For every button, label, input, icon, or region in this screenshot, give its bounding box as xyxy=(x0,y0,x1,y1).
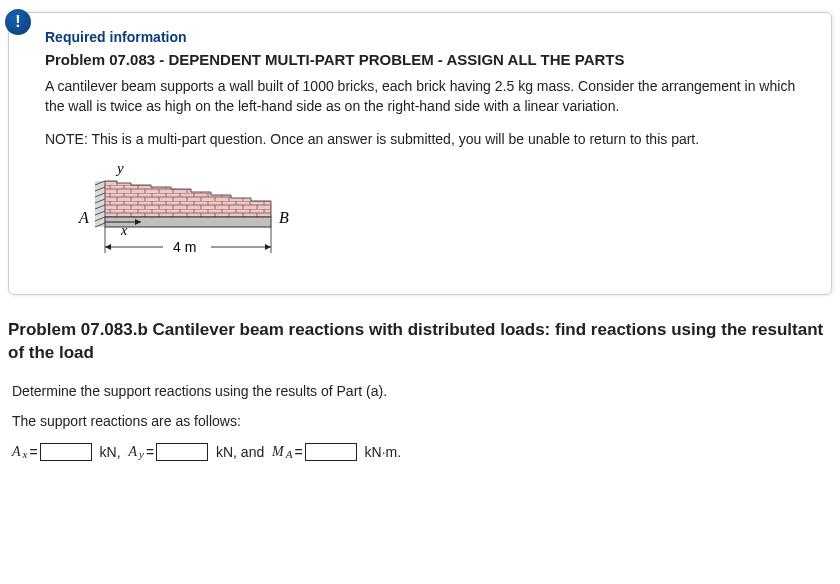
y-axis-label: y xyxy=(115,161,124,176)
required-info-box: ! Required information Problem 07.083 - … xyxy=(8,12,832,295)
svg-marker-22 xyxy=(105,244,111,250)
ay-sub: y xyxy=(139,448,144,460)
ax-input[interactable] xyxy=(40,443,92,461)
ax-unit: kN, xyxy=(100,444,121,460)
ax-sub: x xyxy=(23,448,28,460)
lead-text: The support reactions are as follows: xyxy=(0,413,840,429)
beam-svg: y xyxy=(61,161,321,271)
ma-var: M xyxy=(272,444,284,460)
x-axis-label: x xyxy=(120,223,128,238)
ay-input[interactable] xyxy=(156,443,208,461)
problem-note: NOTE: This is a multi-part question. Onc… xyxy=(45,129,803,149)
label-A: A xyxy=(78,209,89,226)
problem-header: Problem 07.083 - DEPENDENT MULTI-PART PR… xyxy=(45,51,803,68)
instruction-text: Determine the support reactions using th… xyxy=(0,383,840,399)
ma-sub: A xyxy=(286,448,293,460)
sub-problem-header: Problem 07.083.b Cantilever beam reactio… xyxy=(0,319,840,365)
beam-figure: y xyxy=(61,161,803,274)
ay-unit: kN, and xyxy=(216,444,264,460)
beam-length: 4 m xyxy=(173,239,196,255)
label-B: B xyxy=(279,209,289,226)
ma-unit: kN·m. xyxy=(365,444,402,460)
ax-var: A xyxy=(12,444,21,460)
answer-line: Ax = kN, Ay = kN, and MA = kN·m. xyxy=(0,443,840,461)
problem-description: A cantilever beam supports a wall built … xyxy=(45,76,803,117)
svg-marker-23 xyxy=(265,244,271,250)
ma-input[interactable] xyxy=(305,443,357,461)
required-label: Required information xyxy=(45,29,803,45)
ay-var: A xyxy=(128,444,137,460)
info-badge-icon: ! xyxy=(5,9,31,35)
